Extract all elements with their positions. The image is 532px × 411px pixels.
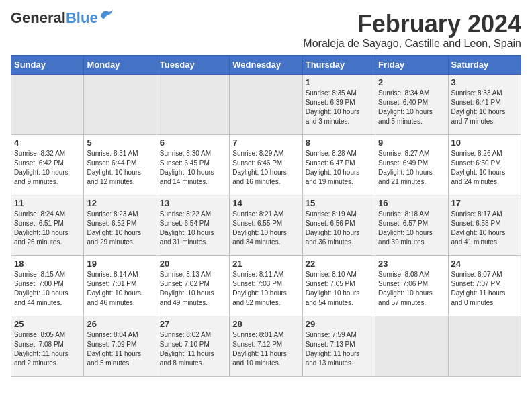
calendar-header-row: Sunday Monday Tuesday Wednesday Thursday… <box>11 55 521 74</box>
header-thursday: Thursday <box>302 55 375 74</box>
cell-info: Sunrise: 8:02 AM Sunset: 7:10 PM Dayligh… <box>160 330 226 368</box>
table-row: 5Sunrise: 8:31 AM Sunset: 6:44 PM Daylig… <box>84 134 157 195</box>
cell-info: Sunrise: 8:08 AM Sunset: 7:06 PM Dayligh… <box>378 270 445 308</box>
day-number: 4 <box>14 138 81 148</box>
cell-info: Sunrise: 8:05 AM Sunset: 7:08 PM Dayligh… <box>14 330 81 368</box>
day-number: 10 <box>451 138 518 148</box>
cell-info: Sunrise: 7:59 AM Sunset: 7:13 PM Dayligh… <box>306 330 372 368</box>
table-row: 24Sunrise: 8:07 AM Sunset: 7:07 PM Dayli… <box>448 255 521 316</box>
day-number: 23 <box>378 259 445 269</box>
header-wednesday: Wednesday <box>230 55 302 74</box>
cell-info: Sunrise: 8:11 AM Sunset: 7:03 PM Dayligh… <box>232 270 299 308</box>
day-number: 20 <box>160 259 226 269</box>
day-number: 28 <box>232 319 299 329</box>
cell-info: Sunrise: 8:26 AM Sunset: 6:50 PM Dayligh… <box>451 149 518 187</box>
cell-info: Sunrise: 8:10 AM Sunset: 7:05 PM Dayligh… <box>306 270 372 308</box>
day-number: 29 <box>306 319 372 329</box>
logo-bird-icon <box>99 9 114 21</box>
logo: GeneralBlue <box>11 11 114 26</box>
cell-info: Sunrise: 8:04 AM Sunset: 7:09 PM Dayligh… <box>87 330 153 368</box>
day-number: 9 <box>378 138 445 148</box>
table-row: 18Sunrise: 8:15 AM Sunset: 7:00 PM Dayli… <box>11 255 84 316</box>
table-row: 19Sunrise: 8:14 AM Sunset: 7:01 PM Dayli… <box>84 255 157 316</box>
logo-general: General <box>11 9 66 26</box>
table-row <box>448 316 521 376</box>
calendar-week-row: 4Sunrise: 8:32 AM Sunset: 6:42 PM Daylig… <box>11 134 521 195</box>
cell-info: Sunrise: 8:33 AM Sunset: 6:41 PM Dayligh… <box>451 89 518 126</box>
cell-info: Sunrise: 8:32 AM Sunset: 6:42 PM Dayligh… <box>14 149 81 187</box>
table-row: 8Sunrise: 8:28 AM Sunset: 6:47 PM Daylig… <box>302 134 375 195</box>
cell-info: Sunrise: 8:31 AM Sunset: 6:44 PM Dayligh… <box>87 149 153 187</box>
table-row: 6Sunrise: 8:30 AM Sunset: 6:45 PM Daylig… <box>157 134 229 195</box>
cell-info: Sunrise: 8:17 AM Sunset: 6:58 PM Dayligh… <box>451 210 518 247</box>
cell-info: Sunrise: 8:27 AM Sunset: 6:49 PM Dayligh… <box>378 149 445 187</box>
day-number: 27 <box>160 319 226 329</box>
table-row: 28Sunrise: 8:01 AM Sunset: 7:12 PM Dayli… <box>230 316 302 376</box>
day-number: 15 <box>306 198 372 208</box>
cell-info: Sunrise: 8:01 AM Sunset: 7:12 PM Dayligh… <box>232 330 299 368</box>
cell-info: Sunrise: 8:35 AM Sunset: 6:39 PM Dayligh… <box>306 89 372 126</box>
day-number: 26 <box>87 319 153 329</box>
cell-info: Sunrise: 8:21 AM Sunset: 6:55 PM Dayligh… <box>232 210 299 247</box>
cell-info: Sunrise: 8:23 AM Sunset: 6:52 PM Dayligh… <box>87 210 153 247</box>
table-row: 20Sunrise: 8:13 AM Sunset: 7:02 PM Dayli… <box>157 255 229 316</box>
day-number: 7 <box>232 138 299 148</box>
table-row: 13Sunrise: 8:22 AM Sunset: 6:54 PM Dayli… <box>157 195 229 255</box>
header-sunday: Sunday <box>11 55 84 74</box>
table-row <box>230 74 302 134</box>
day-number: 13 <box>160 198 226 208</box>
day-number: 5 <box>87 138 153 148</box>
cell-info: Sunrise: 8:24 AM Sunset: 6:51 PM Dayligh… <box>14 210 81 247</box>
table-row <box>157 74 229 134</box>
table-row: 7Sunrise: 8:29 AM Sunset: 6:46 PM Daylig… <box>230 134 302 195</box>
table-row: 26Sunrise: 8:04 AM Sunset: 7:09 PM Dayli… <box>84 316 157 376</box>
day-number: 14 <box>232 198 299 208</box>
table-row: 29Sunrise: 7:59 AM Sunset: 7:13 PM Dayli… <box>302 316 375 376</box>
table-row: 1Sunrise: 8:35 AM Sunset: 6:39 PM Daylig… <box>302 74 375 134</box>
day-number: 3 <box>451 77 518 87</box>
day-number: 18 <box>14 259 81 269</box>
month-year-title: February 2024 <box>303 11 521 38</box>
day-number: 6 <box>160 138 226 148</box>
cell-info: Sunrise: 8:15 AM Sunset: 7:00 PM Dayligh… <box>14 270 81 308</box>
day-number: 2 <box>378 77 445 87</box>
cell-info: Sunrise: 8:34 AM Sunset: 6:40 PM Dayligh… <box>378 89 445 126</box>
location-title: Moraleja de Sayago, Castille and Leon, S… <box>303 38 521 50</box>
calendar-week-row: 11Sunrise: 8:24 AM Sunset: 6:51 PM Dayli… <box>11 195 521 255</box>
day-number: 11 <box>14 198 81 208</box>
day-number: 17 <box>451 198 518 208</box>
calendar-table: Sunday Monday Tuesday Wednesday Thursday… <box>11 55 521 377</box>
header-friday: Friday <box>375 55 448 74</box>
day-number: 21 <box>232 259 299 269</box>
cell-info: Sunrise: 8:19 AM Sunset: 6:56 PM Dayligh… <box>306 210 372 247</box>
page-header: GeneralBlue February 2024 Moraleja de Sa… <box>11 11 521 50</box>
cell-info: Sunrise: 8:30 AM Sunset: 6:45 PM Dayligh… <box>160 149 226 187</box>
table-row <box>84 74 157 134</box>
table-row: 27Sunrise: 8:02 AM Sunset: 7:10 PM Dayli… <box>157 316 229 376</box>
table-row: 23Sunrise: 8:08 AM Sunset: 7:06 PM Dayli… <box>375 255 448 316</box>
table-row: 21Sunrise: 8:11 AM Sunset: 7:03 PM Dayli… <box>230 255 302 316</box>
calendar-week-row: 18Sunrise: 8:15 AM Sunset: 7:00 PM Dayli… <box>11 255 521 316</box>
table-row: 11Sunrise: 8:24 AM Sunset: 6:51 PM Dayli… <box>11 195 84 255</box>
cell-info: Sunrise: 8:22 AM Sunset: 6:54 PM Dayligh… <box>160 210 226 247</box>
table-row: 14Sunrise: 8:21 AM Sunset: 6:55 PM Dayli… <box>230 195 302 255</box>
day-number: 1 <box>306 77 372 87</box>
day-number: 25 <box>14 319 81 329</box>
table-row: 12Sunrise: 8:23 AM Sunset: 6:52 PM Dayli… <box>84 195 157 255</box>
day-number: 19 <box>87 259 153 269</box>
calendar-week-row: 25Sunrise: 8:05 AM Sunset: 7:08 PM Dayli… <box>11 316 521 376</box>
day-number: 12 <box>87 198 153 208</box>
day-number: 8 <box>306 138 372 148</box>
table-row: 22Sunrise: 8:10 AM Sunset: 7:05 PM Dayli… <box>302 255 375 316</box>
logo-text: GeneralBlue <box>11 11 98 26</box>
logo-blue: Blue <box>66 9 98 26</box>
header-monday: Monday <box>84 55 157 74</box>
title-block: February 2024 Moraleja de Sayago, Castil… <box>303 11 521 50</box>
day-number: 24 <box>451 259 518 269</box>
cell-info: Sunrise: 8:13 AM Sunset: 7:02 PM Dayligh… <box>160 270 226 308</box>
cell-info: Sunrise: 8:18 AM Sunset: 6:57 PM Dayligh… <box>378 210 445 247</box>
calendar-week-row: 1Sunrise: 8:35 AM Sunset: 6:39 PM Daylig… <box>11 74 521 134</box>
day-number: 22 <box>306 259 372 269</box>
cell-info: Sunrise: 8:14 AM Sunset: 7:01 PM Dayligh… <box>87 270 153 308</box>
header-tuesday: Tuesday <box>157 55 229 74</box>
